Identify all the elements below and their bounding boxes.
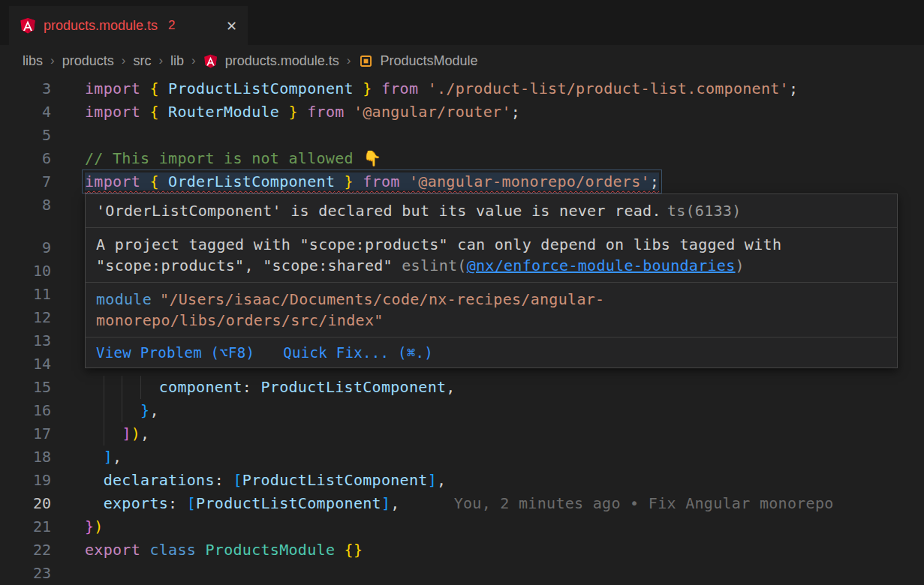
- hover-message-eslint: A project tagged with "scope:products" c…: [86, 228, 897, 283]
- code-line-3[interactable]: 3import { ProductListComponent } from '.…: [0, 77, 924, 100]
- line-number: 22: [0, 538, 51, 562]
- code-line-17[interactable]: 17 ]),: [0, 422, 924, 446]
- line-number: 15: [0, 376, 51, 399]
- line-number: 12: [0, 306, 51, 329]
- code-text: export class ProductsModule {}: [85, 538, 363, 562]
- code-line-15[interactable]: 15 component: ProductListComponent,: [0, 376, 924, 399]
- vscode-window: products.module.ts 2 ✕ libs › products ›…: [0, 0, 924, 585]
- line-number: 13: [0, 329, 51, 352]
- code-text: ],: [85, 446, 122, 469]
- hover-message-module: module"/Users/isaac/Documents/code/nx-re…: [86, 283, 897, 338]
- unused-message-source: ts(6133): [667, 202, 742, 220]
- code-text: component: ProductListComponent,: [85, 376, 456, 399]
- line-number: 20: [0, 492, 51, 515]
- view-problem-action[interactable]: View Problem (⌥F8): [96, 342, 254, 363]
- problem-hover-popup: 'OrderListComponent' is declared but its…: [85, 194, 898, 368]
- git-blame-annotation: You, 2 minutes ago • Fix Angular monorep…: [454, 494, 834, 512]
- error-highlight: import { OrderListComponent } from '@ang…: [85, 172, 659, 190]
- unused-message-text: 'OrderListComponent' is declared but its…: [96, 202, 661, 220]
- line-number: 21: [0, 515, 51, 538]
- line-number: 5: [0, 124, 51, 147]
- code-line-16[interactable]: 16 },: [0, 399, 924, 422]
- code-text: import { ProductListComponent } from './…: [85, 77, 798, 100]
- code-line-23[interactable]: 23: [0, 562, 924, 585]
- code-line-4[interactable]: 4import { RouterModule } from '@angular/…: [0, 100, 924, 124]
- line-number: 14: [0, 352, 51, 376]
- eslint-source-open: eslint(: [402, 256, 466, 274]
- line-number: 23: [0, 562, 51, 585]
- hover-message-unused: 'OrderListComponent' is declared but its…: [86, 194, 897, 228]
- line-number: 19: [0, 469, 51, 492]
- code-line-22[interactable]: 22export class ProductsModule {}: [0, 538, 924, 562]
- quick-fix-action[interactable]: Quick Fix... (⌘.): [283, 342, 433, 363]
- line-number: 6: [0, 147, 51, 170]
- line-number: 17: [0, 422, 51, 446]
- code-text: // This import is not allowed 👇: [85, 147, 381, 170]
- line-number: 10: [0, 260, 51, 283]
- code-text: import { OrderListComponent } from '@ang…: [85, 170, 659, 194]
- code-line-5[interactable]: 5: [0, 124, 924, 147]
- line-number: 3: [0, 77, 51, 100]
- line-number: 7: [0, 170, 51, 194]
- code-text: },: [85, 399, 159, 422]
- module-keyword: module: [96, 290, 152, 308]
- line-number: 18: [0, 446, 51, 469]
- code-line-6[interactable]: 6// This import is not allowed 👇: [0, 147, 924, 170]
- code-text: ]),: [85, 422, 149, 446]
- code-line-18[interactable]: 18 ],: [0, 446, 924, 469]
- code-line-21[interactable]: 21}): [0, 515, 924, 538]
- line-number: 11: [0, 283, 51, 306]
- code-line-7[interactable]: 7import { OrderListComponent } from '@an…: [0, 170, 924, 194]
- code-line-19[interactable]: 19 declarations: [ProductListComponent],: [0, 469, 924, 492]
- hover-actions: View Problem (⌥F8) Quick Fix... (⌘.): [86, 338, 897, 368]
- line-number: 4: [0, 100, 51, 124]
- code-text: declarations: [ProductListComponent],: [85, 469, 446, 492]
- line-number: 16: [0, 399, 51, 422]
- eslint-rule-link[interactable]: @nx/enforce-module-boundaries: [467, 256, 736, 274]
- code-text: exports: [ProductListComponent],You, 2 m…: [85, 492, 834, 515]
- module-path: "/Users/isaac/Documents/code/nx-recipes/…: [96, 290, 604, 329]
- code-text: }): [85, 515, 104, 538]
- line-number: 8: [0, 194, 51, 217]
- eslint-source-close: ): [736, 256, 745, 274]
- line-number: 9: [0, 236, 51, 260]
- code-text: import { RouterModule } from '@angular/r…: [85, 100, 520, 124]
- code-line-20[interactable]: 20 exports: [ProductListComponent],You, …: [0, 492, 924, 515]
